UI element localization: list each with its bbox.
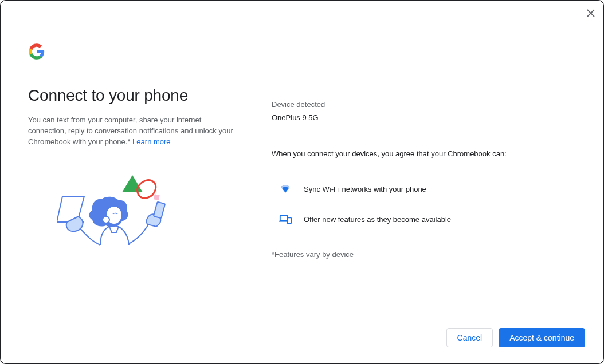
description-body: You can text from your computer, share y… bbox=[28, 116, 233, 146]
illustration-icon bbox=[57, 165, 194, 256]
learn-more-link[interactable]: Learn more bbox=[132, 137, 170, 146]
svg-rect-2 bbox=[154, 194, 159, 200]
feature-text: Offer new features as they become availa… bbox=[304, 215, 451, 224]
svg-rect-7 bbox=[280, 216, 288, 221]
svg-point-5 bbox=[103, 216, 109, 223]
feature-list: Sync Wi-Fi networks with your phone Offe… bbox=[272, 174, 576, 234]
cancel-button[interactable]: Cancel bbox=[446, 328, 493, 347]
feature-item-wifi: Sync Wi-Fi networks with your phone bbox=[272, 174, 576, 204]
description-text: You can text from your computer, share y… bbox=[28, 115, 237, 148]
svg-rect-9 bbox=[288, 217, 291, 223]
device-name: OnePlus 9 5G bbox=[272, 113, 576, 122]
page-title: Connect to your phone bbox=[28, 86, 237, 105]
close-button[interactable] bbox=[585, 7, 597, 19]
feature-text: Sync Wi-Fi networks with your phone bbox=[304, 185, 426, 193]
devices-icon bbox=[279, 212, 292, 226]
google-logo-icon bbox=[28, 43, 45, 60]
accept-button[interactable]: Accept & continue bbox=[499, 328, 585, 347]
agreement-text: When you connect your devices, you agree… bbox=[272, 149, 576, 158]
wifi-icon bbox=[279, 182, 292, 196]
svg-rect-6 bbox=[154, 201, 165, 218]
button-row: Cancel Accept & continue bbox=[446, 328, 585, 347]
feature-item-features: Offer new features as they become availa… bbox=[272, 204, 576, 234]
device-detected-label: Device detected bbox=[272, 100, 576, 109]
close-icon bbox=[587, 9, 595, 17]
phone-connect-dialog: Connect to your phone You can text from … bbox=[0, 0, 604, 364]
footnote-text: *Features vary by device bbox=[272, 250, 576, 259]
